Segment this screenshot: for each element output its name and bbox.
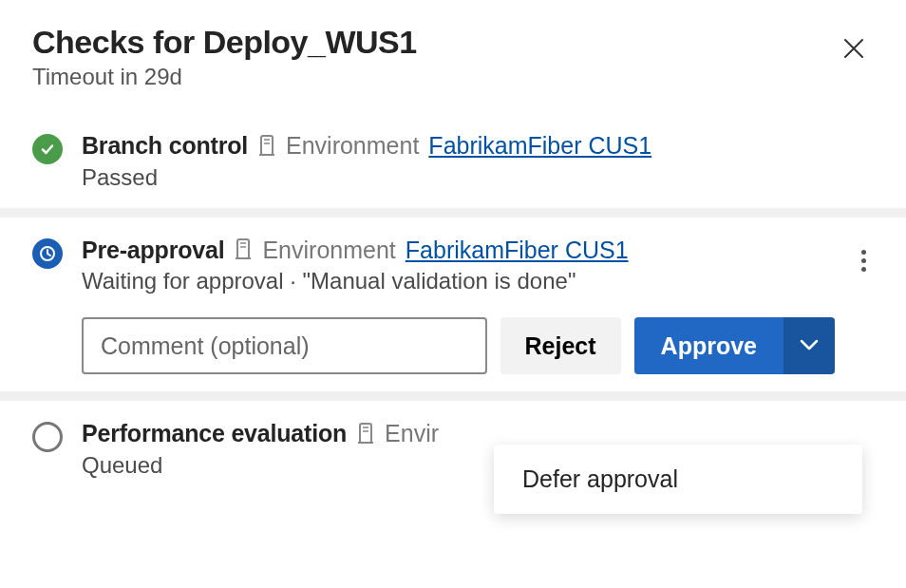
close-button[interactable] <box>834 28 874 71</box>
svg-rect-2 <box>237 239 249 258</box>
panel-timeout: Timeout in 29d <box>32 64 834 90</box>
chevron-down-icon <box>800 339 819 353</box>
environment-link[interactable]: FabrikamFiber CUS1 <box>428 130 651 162</box>
check-name: Branch control <box>82 130 248 162</box>
panel-title: Checks for Deploy_WUS1 <box>32 23 834 62</box>
comment-input[interactable] <box>82 317 487 374</box>
check-pre-approval: Pre-approval Environment FabrikamFiber C… <box>0 218 906 392</box>
server-icon <box>356 422 375 446</box>
environment-label: Environment <box>286 130 419 162</box>
panel-header: Checks for Deploy_WUS1 Timeout in 29d <box>0 23 906 113</box>
divider <box>0 391 906 401</box>
more-vertical-icon <box>861 250 866 272</box>
defer-approval-item[interactable]: Defer approval <box>494 445 862 514</box>
reject-button[interactable]: Reject <box>500 317 621 374</box>
check-name: Performance evaluation <box>82 418 347 450</box>
check-status: Passed <box>82 164 874 191</box>
status-passed-icon <box>32 134 63 164</box>
environment-link[interactable]: FabrikamFiber CUS1 <box>406 235 629 267</box>
check-branch-control: Branch control Environment FabrikamFiber… <box>0 113 906 208</box>
check-name: Pre-approval <box>82 235 224 267</box>
environment-label-clipped: Envir <box>385 418 439 450</box>
status-waiting-icon <box>32 238 63 269</box>
approve-split-button: Approve <box>634 317 835 374</box>
svg-rect-3 <box>360 424 371 443</box>
environment-label: Environment <box>262 235 395 267</box>
svg-rect-0 <box>261 136 273 155</box>
close-icon <box>843 38 864 62</box>
approve-dropdown-menu: Defer approval <box>494 445 862 514</box>
status-queued-icon <box>32 422 63 452</box>
approve-button[interactable]: Approve <box>634 317 783 374</box>
check-status: Waiting for approval · "Manual validatio… <box>82 268 835 294</box>
more-actions-button[interactable] <box>854 242 874 279</box>
approve-dropdown-toggle[interactable] <box>783 317 835 374</box>
divider <box>0 208 906 218</box>
server-icon <box>257 134 276 159</box>
server-icon <box>234 237 253 262</box>
